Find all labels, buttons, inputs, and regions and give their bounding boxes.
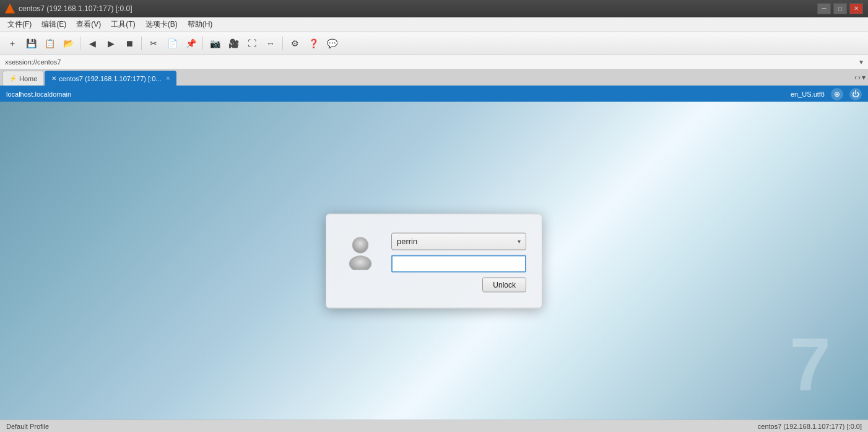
address-bar: xsession://centos7 ▾ [0,55,868,69]
menu-options[interactable]: 选项卡(B) [141,18,183,31]
remote-tab-icon: ✕ [51,75,56,82]
tab-home[interactable]: ⚡ Home [2,71,44,86]
user-dropdown[interactable]: perrin ▾ [391,232,526,250]
tb-paste[interactable]: 📌 [182,35,199,52]
hostname-label: localhost.localdomain [6,90,71,98]
connection-label: centos7 (192.168.1.107:177) [:0.0] [758,423,862,430]
language-indicator[interactable]: en_US.utf8 [791,90,825,98]
restore-button[interactable]: □ [833,3,847,14]
dropdown-arrow: ▾ [518,238,521,245]
menu-bar: 文件(F) 编辑(E) 查看(V) 工具(T) 选项卡(B) 帮助(H) [0,17,868,32]
user-avatar [342,232,379,270]
menu-view[interactable]: 查看(V) [71,18,106,31]
tb-save[interactable]: 💾 [22,35,40,52]
remote-tab-close[interactable]: × [166,75,170,82]
tb-new[interactable]: + [4,35,21,52]
tab-remote[interactable]: ✕ centos7 (192.168.1.107:177) [:0... × [45,71,176,86]
tb-record[interactable]: 🎥 [225,35,242,52]
remote-desktop-area[interactable]: 7 [0,102,868,420]
tab-next-btn[interactable]: › [858,73,861,82]
tb-resize[interactable]: ↔ [262,35,279,52]
dialog-content: perrin ▾ Unlock [342,232,526,292]
profile-label: Default Profile [6,423,49,430]
tb-settings[interactable]: ⚙ [286,35,303,52]
toolbar-sep-1 [80,37,80,50]
tab-menu-btn[interactable]: ▾ [862,73,866,82]
username-display: perrin [397,237,417,246]
address-arrow[interactable]: ▾ [859,58,863,66]
remote-tab-label: centos7 (192.168.1.107:177) [:0... [59,75,161,82]
menu-file[interactable]: 文件(F) [2,18,37,31]
tb-saveas[interactable]: 📋 [41,35,58,52]
close-button[interactable]: ✕ [849,3,863,14]
home-tab-label: Home [19,75,37,82]
tb-chat[interactable]: 💬 [323,35,341,52]
app-icon [5,4,15,14]
tb-copy[interactable]: 📄 [163,35,181,52]
menu-help[interactable]: 帮助(H) [183,18,218,31]
home-tab-icon: ⚡ [9,75,17,82]
window-controls: ─ □ ✕ [817,3,863,14]
minimize-button[interactable]: ─ [817,3,831,14]
tb-cut[interactable]: ✂ [145,35,162,52]
status-right-area: en_US.utf8 ⊕ ⏻ [791,88,862,100]
bottom-bar: Default Profile centos7 (192.168.1.107:1… [0,420,868,432]
toolbar-sep-2 [141,37,142,50]
accessibility-icon[interactable]: ⊕ [831,88,843,100]
toolbar: + 💾 📋 📂 ◀ ▶ ⏹ ✂ 📄 📌 📷 🎥 ⛶ ↔ ⚙ ❓ 💬 [0,32,868,55]
dialog-right-panel: perrin ▾ Unlock [391,232,526,292]
title-bar: centos7 (192.168.1.107:177) [:0.0] ─ □ ✕ [0,0,868,17]
tb-back[interactable]: ◀ [84,35,101,52]
menu-tools[interactable]: 工具(T) [106,18,140,31]
login-dialog: perrin ▾ Unlock [326,213,542,308]
toolbar-sep-4 [282,37,283,50]
tb-fullscreen[interactable]: ⛶ [243,35,261,52]
svg-point-1 [349,255,371,270]
svg-point-0 [352,237,368,253]
menu-edit[interactable]: 编辑(E) [37,18,71,31]
toolbar-sep-3 [202,37,203,50]
tab-prev-btn[interactable]: ‹ [854,73,857,82]
tb-open[interactable]: 📂 [59,35,77,52]
unlock-button-row: Unlock [391,277,526,292]
power-icon[interactable]: ⏻ [849,88,862,100]
tab-nav-buttons: ‹ › ▾ [852,69,868,86]
tb-screenshot[interactable]: 📷 [206,35,224,52]
win7-watermark: 7 [789,327,831,401]
tb-help[interactable]: ❓ [305,35,322,52]
address-text: xsession://centos7 [5,58,859,66]
connection-status-bar: localhost.localdomain en_US.utf8 ⊕ ⏻ [0,87,868,102]
tb-forward[interactable]: ▶ [102,35,119,52]
password-input[interactable] [391,255,526,272]
tabs-bar: ⚡ Home ✕ centos7 (192.168.1.107:177) [:0… [0,69,868,87]
tb-stop[interactable]: ⏹ [121,35,138,52]
unlock-button[interactable]: Unlock [482,277,526,292]
title-text: centos7 (192.168.1.107:177) [:0.0] [19,4,817,13]
